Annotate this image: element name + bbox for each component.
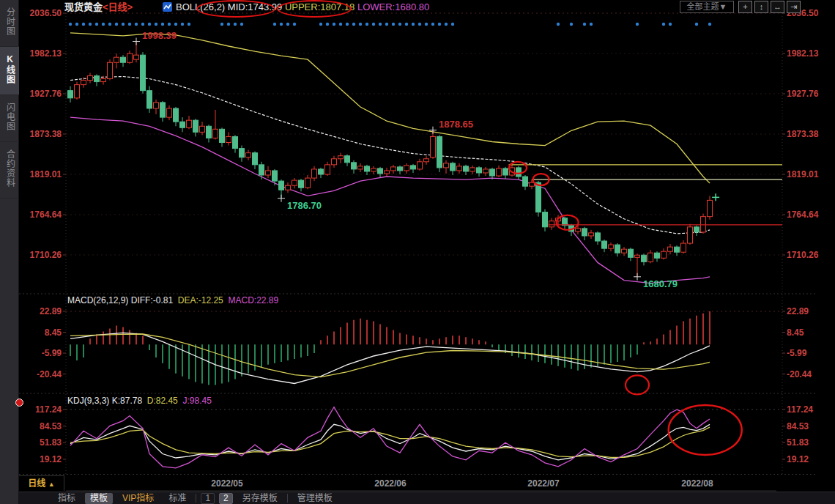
tab-templates[interactable]: 模板 bbox=[85, 493, 113, 504]
y-axis-label: -20.44 bbox=[37, 369, 62, 379]
boll-lower-readout: LOWER:1680.80 bbox=[357, 1, 429, 12]
trading-app: { "header": { "title": "现货黄金", "period_t… bbox=[0, 0, 835, 504]
y-axis-label: 1764.64 bbox=[787, 210, 819, 220]
y-axis-label: 1982.13 bbox=[787, 48, 819, 59]
y-axis-label: 8.45 bbox=[45, 327, 62, 338]
y-axis-label: 117.24 bbox=[35, 404, 62, 415]
x-axis-label: 2022/05 bbox=[194, 478, 260, 489]
y-axis-label: 51.83 bbox=[40, 437, 62, 448]
kdj-d: D:82.45 bbox=[147, 396, 178, 406]
y-axis-label: 1710.26 bbox=[787, 250, 819, 260]
y-axis-label: -5.99 bbox=[42, 348, 62, 358]
price-annotation: 1786.70 bbox=[287, 200, 322, 211]
period-tag: <日线> bbox=[103, 1, 133, 12]
template-slot-1[interactable]: 1 bbox=[201, 493, 215, 504]
y-axis-label: 1927.76 bbox=[30, 89, 62, 99]
x-axis-label: 2022/08 bbox=[664, 478, 730, 489]
y-axis-label: 19.12 bbox=[40, 454, 62, 464]
y-axis-label: 1873.38 bbox=[787, 129, 819, 139]
macd-macd: MACD:22.89 bbox=[228, 295, 278, 305]
macd-dea: DEA:-12.25 bbox=[178, 295, 223, 305]
period-selector[interactable]: 日线 ▲ bbox=[19, 475, 64, 491]
y-axis-label: 1819.01 bbox=[30, 169, 62, 179]
y-axis-label: -20.44 bbox=[787, 369, 812, 379]
y-axis-label: 1710.26 bbox=[30, 250, 62, 260]
kdj-k: K:87.78 bbox=[112, 396, 142, 406]
price-annotation: 1680.79 bbox=[643, 278, 678, 289]
divider bbox=[196, 494, 196, 503]
view-sidebar: 分时图 K线图 闪电图 合约资料 bbox=[0, 0, 19, 504]
y-axis-label: 22.89 bbox=[787, 306, 809, 316]
tab-indicators[interactable]: 指标 bbox=[53, 493, 81, 504]
x-axis-scale-icon[interactable]: ↔ bbox=[771, 1, 784, 13]
y-axis-label: 51.83 bbox=[787, 437, 809, 448]
price-annotation: 1998.39 bbox=[142, 30, 177, 41]
macd-readout: MACD(26,12,9) DIFF:-0.81 DEA:-12.25 MACD… bbox=[67, 295, 278, 305]
y-axis-label: 1873.38 bbox=[30, 129, 62, 139]
symbol-title: 现货黄金<日线> bbox=[64, 0, 133, 14]
chart-icon bbox=[163, 2, 172, 12]
annotation-ellipse-mid bbox=[196, 0, 275, 18]
bottom-toolbar: 指标 模板 VIP指标 标准 1 2 另存模板 管理模板 bbox=[19, 492, 835, 504]
x-axis-label: 2022/06 bbox=[357, 478, 423, 489]
y-axis-label: 1927.76 bbox=[787, 89, 819, 99]
pan-move-icon[interactable]: + bbox=[738, 1, 752, 13]
y-axis-label: 1819.01 bbox=[787, 169, 819, 179]
indicator-alert-icon[interactable] bbox=[15, 399, 23, 407]
annotation-ellipse-upper bbox=[277, 0, 352, 18]
y-axis-label: 22.89 bbox=[40, 306, 62, 316]
save-template-button[interactable]: 另存模板 bbox=[237, 493, 283, 504]
tab-standard[interactable]: 标准 bbox=[163, 493, 191, 504]
y-axis-label: -5.99 bbox=[787, 348, 807, 358]
y-axis-label: 84.53 bbox=[40, 421, 62, 431]
y-axis-scale-icon[interactable]: ↕ bbox=[754, 1, 768, 13]
divider bbox=[287, 494, 288, 503]
sidebar-item-contract-info[interactable]: 合约资料 bbox=[0, 142, 19, 199]
theme-dropdown[interactable]: 全部主题▼ bbox=[680, 1, 734, 13]
manage-template-button[interactable]: 管理模板 bbox=[292, 493, 338, 504]
tab-vip-indicators[interactable]: VIP指标 bbox=[117, 493, 159, 504]
sidebar-item-kline-chart[interactable]: K线图 bbox=[0, 47, 19, 95]
triangle-up-icon: ▲ bbox=[48, 481, 55, 488]
y-axis-label: 84.53 bbox=[787, 421, 809, 431]
y-axis-label: 8.45 bbox=[787, 327, 804, 338]
pop-out-icon[interactable]: ⇥ bbox=[787, 1, 801, 13]
window-buttons: + ↕ ↔ ⇥ bbox=[738, 1, 801, 13]
chart-canvas[interactable]: 2036.502036.501982.131982.131927.761927.… bbox=[19, 0, 835, 504]
y-axis-label: 1764.64 bbox=[30, 210, 62, 220]
y-axis-label: 1982.13 bbox=[30, 48, 62, 59]
y-axis-label: 19.12 bbox=[787, 454, 809, 464]
macd-diff: DIFF:-0.81 bbox=[131, 295, 173, 305]
x-axis-label: 2022/07 bbox=[511, 478, 576, 489]
template-slot-2[interactable]: 2 bbox=[219, 493, 233, 504]
kdj-readout: KDJ(9,3,3) K:87.78 D:82.45 J:98.45 bbox=[67, 396, 212, 406]
kdj-j: J:98.45 bbox=[182, 396, 211, 406]
y-axis-label: 117.24 bbox=[787, 404, 813, 415]
sidebar-item-timeline-chart[interactable]: 分时图 bbox=[0, 0, 19, 47]
sidebar-item-flash-chart[interactable]: 闪电图 bbox=[0, 95, 19, 142]
price-annotation: 1878.65 bbox=[439, 119, 473, 130]
